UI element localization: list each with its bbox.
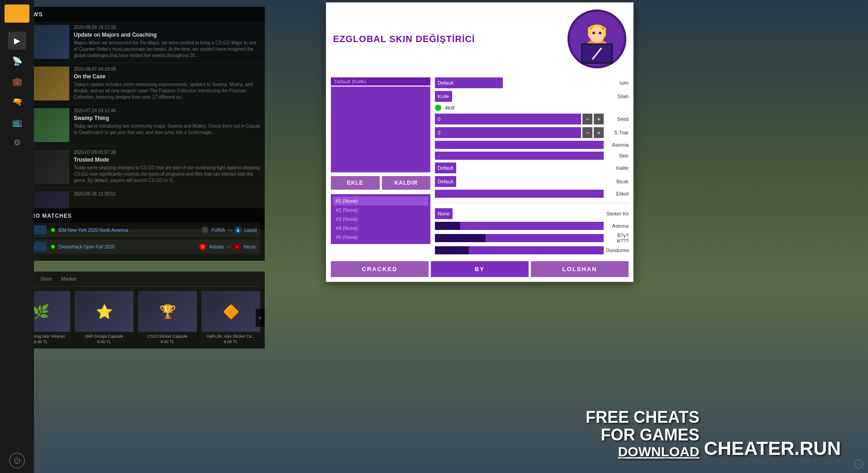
store-tabs: Coupons Store Market (11, 276, 260, 287)
svg-point-7 (599, 32, 601, 34)
sticker-kit-arrow: ▼ (597, 211, 601, 216)
skin-panel-title: EZGLOBAL SKIN DEĞİŞTİRİCİ (333, 34, 475, 44)
sidebar-item-inventory[interactable]: 💼 (8, 72, 26, 91)
skin-preview-area: Default (Knife) EKLE KALDIR #1 (None) #2… (331, 77, 430, 254)
sticker-slot-5[interactable]: #5 (None) (333, 233, 428, 242)
bicak-select[interactable]: Default (435, 176, 456, 187)
ad-text-block: FREE CHEATS FOR GAMES DOWNLOAD (586, 408, 699, 459)
news-item-1[interactable]: 2020-08-09 18:12:16 Update on Majors and… (7, 21, 265, 63)
news-content-3: 2020-07-24 03:12:46 Swamp Thing Today we… (74, 108, 261, 142)
team2-name-1[interactable]: Liquid (244, 228, 257, 233)
team1-name-2[interactable]: Astralis (209, 244, 224, 249)
news-excerpt-2: Today's update includes some networking … (74, 81, 261, 100)
sidebar-item-watch[interactable]: 📡 (8, 52, 26, 70)
by-button[interactable]: BY (431, 261, 529, 277)
news-item-4[interactable]: 2020-07-09 01:57:38 Trusted Mode Today w… (7, 146, 265, 188)
sidebar-item-tv[interactable]: 📺 (8, 113, 26, 131)
lolshan-button[interactable]: LOLSHAN (531, 261, 629, 277)
sticker-kit-wrapper: None ▼ (435, 208, 604, 219)
svg-rect-5 (604, 28, 606, 37)
sidebar-item-workshop[interactable]: 🔫 (8, 93, 26, 111)
news-content-1: 2020-08-09 18:12:16 Update on Majors and… (74, 25, 261, 59)
news-date-3: 2020-07-24 03:12:46 (74, 108, 261, 113)
news-date-4: 2020-07-09 01:57:38 (74, 150, 261, 155)
news-excerpt-1: Majors When we announced the Rio Major, … (74, 40, 261, 59)
sticker-slot-1[interactable]: #1 (None) (333, 196, 428, 205)
heroic-logo: 🔺 (234, 243, 241, 250)
sidebar-item-settings[interactable]: ⚙ (8, 134, 26, 152)
aktif-indicator (435, 105, 441, 111)
match-teams-1: ⬛ FURIA vs 💧 Liquid (201, 226, 257, 234)
store-nav-right[interactable]: › (256, 309, 265, 327)
sticker-asinma-fill (435, 222, 460, 230)
store-items: ‹ 🌿 Sticker | Drug War Veteran 8.00 TL ⭐… (11, 291, 260, 344)
power-button[interactable]: ⏻ (9, 453, 25, 468)
silah-dropdown-arrow: ▼ (597, 94, 601, 99)
isim-input[interactable] (435, 77, 503, 88)
vs-2: vs (227, 244, 231, 249)
sticker-slot-2[interactable]: #2 (None) (333, 205, 428, 215)
match-name-1[interactable]: IEM New York 2020 North America (58, 228, 201, 233)
sticker-asinma-bar (435, 222, 604, 230)
asinma-label: Asinma (606, 142, 629, 148)
asinma-bar (435, 141, 604, 149)
kaldir-button[interactable]: KALDIR (382, 176, 431, 190)
logo-text: CS:GO (9, 11, 25, 16)
kalite-select[interactable]: Default (435, 162, 456, 173)
silah-row: Knife ▼ Silah (435, 91, 629, 102)
sticker-dondurme-fill (435, 246, 469, 254)
cracked-button[interactable]: CRACKED (331, 261, 429, 277)
news-item-3[interactable]: 2020-07-24 03:12:46 Swamp Thing Today we… (7, 105, 265, 146)
silah-select[interactable]: Knife (435, 91, 452, 102)
news-panel: 💬 News 2020-08-09 18:12:16 Update on Maj… (7, 7, 265, 229)
store-item-2[interactable]: ⭐ Skill Groups Capsule 8.00 TL (75, 291, 134, 344)
aktif-label: Aktif (445, 105, 454, 110)
store-item-price-3: 8.00 TL (138, 339, 197, 344)
strak-input[interactable] (435, 127, 581, 138)
vs-1: vs (228, 228, 232, 232)
seed-plus-button[interactable]: + (594, 114, 604, 124)
sticker-asinma-row: Asinma (435, 222, 629, 230)
etiket-row: Etiket (435, 190, 629, 198)
store-item-4[interactable]: 🔶 Half-Life: Alyx Sticker Ca... 8.00 TL (201, 291, 260, 344)
ad-banner: FREE CHEATS FOR GAMES DOWNLOAD CHEATER.R… (586, 408, 841, 459)
broadcast-icon: 📡 (12, 56, 22, 66)
sticker-slot-4[interactable]: #4 (None) (333, 224, 428, 233)
team2-name-2[interactable]: Heroic (243, 244, 257, 249)
match-name-2[interactable]: DreamHack Open Fall 2020 (58, 244, 199, 249)
strak-plus-button[interactable]: + (594, 127, 604, 138)
news-item-2[interactable]: 2020-08-07 04:18:08 On the Case Today's … (7, 63, 265, 105)
tab-store[interactable]: Store (40, 276, 52, 284)
seed-minus-button[interactable]: − (582, 114, 592, 124)
match-item-1[interactable]: IEM IEM New York 2020 North America ⬛ FU… (11, 223, 260, 237)
bicak-select-wrapper: Default ▼ (435, 176, 604, 187)
gear-icon: ⚙ (14, 138, 21, 148)
skin-right-fields: Isim Knife ▼ Silah Aktif (435, 77, 629, 254)
skin-value: - (435, 152, 604, 160)
briefcase-icon: 💼 (12, 76, 22, 86)
sidebar-item-play[interactable]: ▶ (8, 32, 26, 50)
skin-divider (435, 203, 629, 203)
svg-point-6 (592, 32, 595, 34)
store-item-3[interactable]: 🏆 CS20 Sticker Capsule 8.00 TL (138, 291, 197, 344)
match-item-2[interactable]: OPEN DreamHack Open Fall 2020 🔴 Astralis… (11, 239, 260, 254)
skin-action-buttons: EKLE KALDIR (331, 176, 430, 190)
seed-row: − + Seed (435, 114, 629, 124)
svg-point-3 (589, 26, 605, 43)
sticker-kit-select[interactable]: None (435, 208, 453, 219)
power-icon: ⏻ (14, 457, 21, 465)
sticker-slot-3[interactable]: #3 (None) (333, 215, 428, 224)
ad-line2: FOR GAMES (586, 426, 699, 444)
strak-row: − + S.Trak (435, 127, 629, 138)
sticker-kit-row: None ▼ Sticker Kit (435, 208, 629, 219)
seed-input[interactable] (435, 114, 581, 124)
csgo-logo[interactable]: CS:GO (5, 5, 29, 23)
live-matches-panel: Live Pro Matches IEM IEM New York 2020 N… (7, 208, 265, 261)
etiket-label: Etiket (606, 191, 629, 196)
strak-minus-button[interactable]: − (582, 127, 592, 138)
team1-name-1[interactable]: FURIA (211, 228, 225, 233)
ekle-button[interactable]: EKLE (331, 176, 380, 190)
tab-market[interactable]: Market (61, 276, 76, 284)
ad-download: DOWNLOAD (586, 444, 699, 459)
silah-label: Silah (606, 94, 629, 99)
